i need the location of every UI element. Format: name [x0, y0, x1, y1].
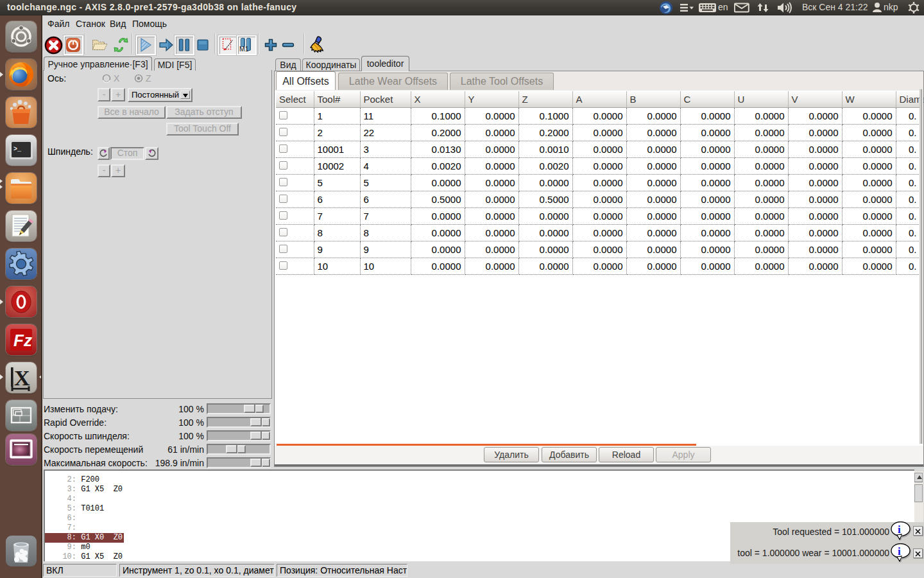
svg-text:>_: >_	[13, 146, 22, 153]
svg-text:M1: M1	[239, 45, 249, 53]
svg-text:Fz: Fz	[13, 331, 32, 350]
svg-text:i: i	[898, 545, 901, 557]
svg-text:i: i	[898, 523, 901, 536]
svg-text:X: X	[14, 366, 30, 390]
